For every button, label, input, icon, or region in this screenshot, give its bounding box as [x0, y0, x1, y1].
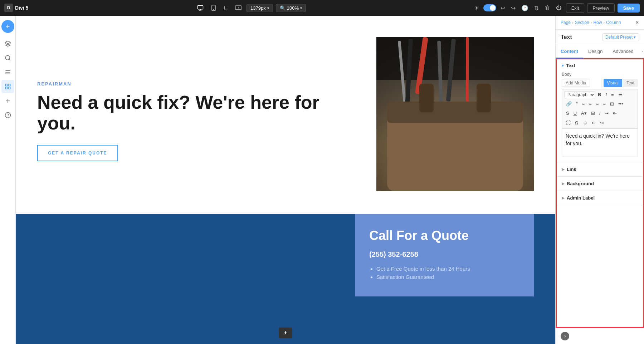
breadcrumb-column: Column: [606, 20, 621, 25]
sidebar-search-btn[interactable]: [1, 51, 14, 64]
link-section-header[interactable]: ▶ Link: [557, 162, 643, 176]
panel-preset-btn[interactable]: Default Preset ▾: [602, 33, 639, 41]
panel-close-btn[interactable]: ×: [635, 19, 639, 26]
more-chevron-icon: ⋯: [642, 49, 644, 54]
hero-label: REPAIRMAN: [37, 81, 362, 87]
align-left-btn[interactable]: ≡: [580, 100, 587, 108]
hero-section: REPAIRMAN Need a quick fix? We're here f…: [16, 16, 555, 205]
preview-btn[interactable]: Preview: [587, 3, 614, 13]
align-right-btn[interactable]: ≡: [594, 100, 601, 108]
breadcrumb-row[interactable]: Row: [593, 20, 602, 25]
editor-visual-btn[interactable]: Visual: [604, 79, 622, 87]
editor-content-area[interactable]: Need a quick fix? We're here for you.: [562, 128, 638, 157]
panel-preset-label: Default Preset: [605, 35, 633, 40]
italic-btn[interactable]: I: [604, 91, 609, 99]
editor-toolbar: Paragraph B I ≡ ☰ 🔗 " ≡ ≡ ≡: [562, 89, 638, 128]
more-toolbar-btn[interactable]: •••: [616, 100, 625, 108]
panel-tab-more[interactable]: ⋯ ›: [638, 45, 644, 58]
text-section-header[interactable]: ▾ Text: [557, 59, 643, 72]
mobile-device-btn[interactable]: [221, 3, 230, 13]
svg-rect-29: [466, 37, 469, 109]
history-btn[interactable]: 🕐: [520, 3, 530, 13]
main-area: + REPAIRMAN Need a quick fix? We're her: [0, 16, 644, 344]
width-display[interactable]: 1379px ▾: [247, 4, 273, 12]
quote-list-item: Satisfaction Guaranteed: [376, 274, 519, 280]
sidebar-layers-btn[interactable]: [1, 37, 14, 50]
sidebar-menu-btn[interactable]: [1, 66, 14, 79]
fullscreen-btn[interactable]: ⛶: [564, 119, 572, 127]
breadcrumb-page[interactable]: Page: [561, 20, 571, 25]
emoji-btn[interactable]: ☺: [581, 119, 589, 127]
responsive-btn[interactable]: [233, 4, 244, 12]
theme-toggle[interactable]: [483, 4, 496, 11]
exit-btn[interactable]: Exit: [566, 3, 585, 13]
align-center-btn[interactable]: ≡: [587, 100, 594, 108]
link-btn[interactable]: 🔗: [564, 100, 574, 108]
app-logo: D Divi 5: [4, 4, 28, 12]
add-icon: +: [284, 330, 287, 336]
sidebar-library-btn[interactable]: [1, 80, 14, 93]
breadcrumb-sep1: ›: [572, 20, 574, 25]
toolbar-row2: 🔗 " ≡ ≡ ≡ ≡ ⊞ •••: [564, 100, 635, 108]
text-section-content: Body Add Media Visual Text Paragraph: [557, 72, 643, 162]
italic2-btn[interactable]: I: [597, 109, 602, 117]
preset-chevron-icon: ▾: [634, 35, 636, 40]
layout-btn[interactable]: ⇅: [533, 3, 540, 13]
blockquote-btn[interactable]: ": [574, 100, 580, 108]
canvas-area: REPAIRMAN Need a quick fix? We're here f…: [16, 16, 555, 344]
breadcrumb-sep2: ›: [591, 20, 592, 25]
save-btn[interactable]: Save: [618, 4, 640, 13]
omega-btn[interactable]: Ω: [573, 119, 580, 127]
tab-content[interactable]: Content: [556, 45, 583, 58]
strikethrough-btn[interactable]: S: [564, 109, 571, 117]
link-section-label: Link: [567, 167, 576, 172]
svg-rect-0: [198, 5, 203, 9]
zoom-chevron: ▾: [300, 6, 302, 10]
redo2-btn[interactable]: ↪: [598, 119, 606, 127]
power-btn[interactable]: ⏻: [555, 3, 563, 13]
tablet-device-btn[interactable]: [209, 3, 219, 13]
undo-btn[interactable]: ↩: [499, 3, 507, 13]
redo-btn[interactable]: ↪: [509, 3, 517, 13]
outdent-btn[interactable]: ⇤: [611, 109, 619, 117]
canvas-content: REPAIRMAN Need a quick fix? We're here f…: [16, 16, 555, 344]
undo2-btn[interactable]: ↩: [590, 119, 597, 127]
zoom-display[interactable]: 🔍 100% ▾: [276, 4, 306, 12]
width-chevron: ▾: [267, 6, 269, 10]
trash-btn[interactable]: 🗑: [543, 3, 552, 13]
editor-add-media-btn[interactable]: Add Media: [562, 79, 590, 87]
help-btn[interactable]: ?: [561, 332, 569, 340]
admin-label-section-header[interactable]: ▶ Admin Label: [557, 191, 643, 205]
background-section-tri: ▶: [562, 182, 565, 186]
underline-btn[interactable]: U: [572, 109, 579, 117]
text-section-label: Text: [566, 63, 575, 68]
table-btn[interactable]: ⊞: [608, 100, 616, 108]
indent-btn[interactable]: ⇥: [603, 109, 610, 117]
left-sidebar: +: [0, 16, 16, 344]
sidebar-settings-btn[interactable]: [1, 94, 14, 107]
sidebar-help-btn[interactable]: [1, 109, 14, 122]
admin-label-section: ▶ Admin Label: [557, 191, 643, 205]
tab-advanced[interactable]: Advanced: [608, 45, 639, 58]
align-justify-btn[interactable]: ≡: [601, 100, 608, 108]
hero-cta-btn[interactable]: GET A REPAIR QUOTE: [37, 145, 118, 161]
editor-text-btn[interactable]: Text: [623, 79, 638, 87]
panel-breadcrumb: Page › Section › Row › Column ×: [556, 16, 644, 30]
breadcrumb-section[interactable]: Section: [575, 20, 589, 25]
sun-icon-btn[interactable]: ☀: [473, 3, 480, 13]
paragraph-select[interactable]: Paragraph: [564, 91, 595, 98]
ul-btn[interactable]: ≡: [609, 91, 616, 99]
add-element-btn[interactable]: +: [1, 20, 14, 33]
background-section-header[interactable]: ▶ Background: [557, 177, 643, 191]
logo-icon: D: [4, 4, 13, 12]
topbar-center: 1379px ▾ 🔍 100% ▾: [33, 3, 468, 13]
desktop-device-btn[interactable]: [195, 3, 206, 13]
bold-btn[interactable]: B: [596, 91, 603, 99]
toolbar-row1: Paragraph B I ≡ ☰: [564, 91, 635, 99]
format1-btn[interactable]: ⊞: [589, 109, 597, 117]
topbar-right: ☀ ↩ ↪ 🕐 ⇅ 🗑 ⏻ Exit Preview Save: [473, 3, 640, 13]
add-row-btn[interactable]: +: [279, 328, 292, 338]
color-btn[interactable]: A▾: [579, 109, 589, 117]
tab-design[interactable]: Design: [583, 45, 608, 58]
ol-btn[interactable]: ☰: [616, 91, 624, 99]
